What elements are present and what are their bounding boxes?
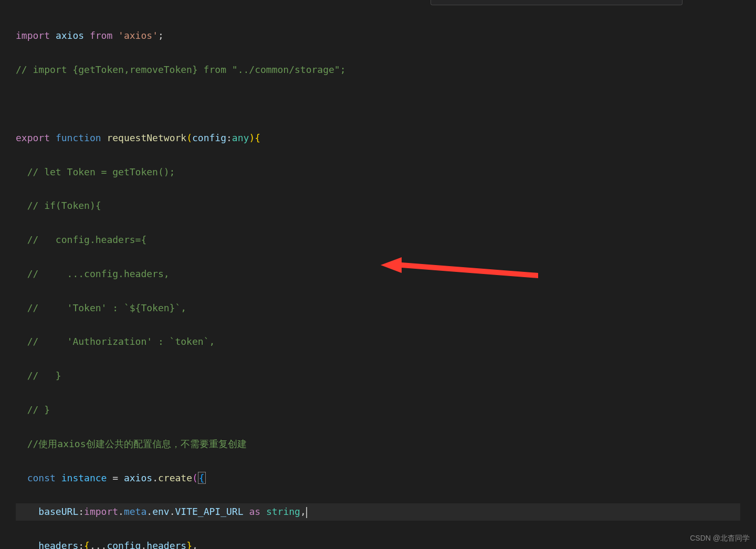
code-line: // if(Token){ [16,197,740,214]
svg-marker-1 [381,257,538,278]
code-line: const instance = axios.create({ [16,470,740,487]
red-arrow-annotation [378,257,546,289]
code-line [16,96,740,112]
code-line: // } [16,402,740,418]
code-line-highlighted: baseURL:import.meta.env.VITE_API_URL as … [16,503,740,520]
code-line: import axios from 'axios'; [16,27,740,44]
watermark: CSDN @北杳同学 [690,532,750,545]
code-line: // } [16,367,740,384]
code-line: export function requestNetwork(config:an… [16,130,740,146]
code-line: // 'Authorization' : `token`, [16,333,740,350]
text-cursor [306,507,307,519]
code-line: // 'Token' : `${Token}`, [16,300,740,316]
code-line: headers:{...config.headers}, [16,537,740,549]
code-line: // config.headers={ [16,231,740,248]
code-line: // import {getToken,removeToken} from ".… [16,61,740,78]
code-line: //使用axios创建公共的配置信息，不需要重复创建 [16,436,740,452]
code-line: // let Token = getToken(); [16,164,740,181]
